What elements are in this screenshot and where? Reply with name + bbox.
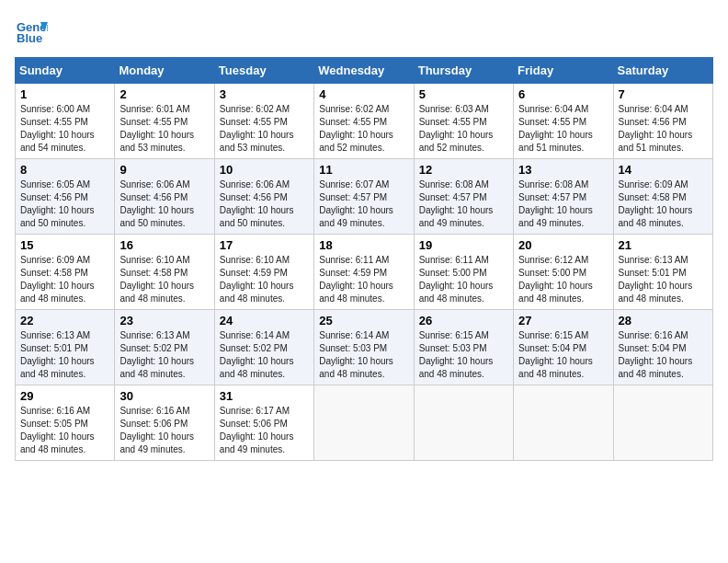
day-number: 18 bbox=[319, 238, 408, 252]
day-number: 10 bbox=[220, 163, 309, 177]
calendar-cell: 28Sunrise: 6:16 AMSunset: 5:04 PMDayligh… bbox=[613, 310, 712, 385]
day-info: Sunrise: 6:10 AMSunset: 4:58 PMDaylight:… bbox=[119, 254, 209, 305]
day-info: Sunrise: 6:15 AMSunset: 5:03 PMDaylight:… bbox=[419, 329, 508, 381]
calendar-cell: 4Sunrise: 6:02 AMSunset: 4:55 PMDaylight… bbox=[314, 84, 414, 159]
header: General Blue bbox=[15, 15, 713, 48]
calendar-cell bbox=[314, 385, 414, 461]
calendar-cell: 16Sunrise: 6:10 AMSunset: 4:58 PMDayligh… bbox=[115, 235, 214, 310]
day-header-wednesday: Wednesday bbox=[314, 58, 414, 84]
day-number: 13 bbox=[518, 163, 608, 177]
day-info: Sunrise: 6:09 AMSunset: 4:58 PMDaylight:… bbox=[619, 178, 708, 230]
day-info: Sunrise: 6:13 AMSunset: 5:02 PMDaylight:… bbox=[119, 329, 209, 381]
day-number: 6 bbox=[518, 87, 608, 101]
calendar-cell: 6Sunrise: 6:04 AMSunset: 4:55 PMDaylight… bbox=[514, 84, 613, 159]
calendar-week-4: 22Sunrise: 6:13 AMSunset: 5:01 PMDayligh… bbox=[16, 310, 713, 385]
calendar-cell: 11Sunrise: 6:07 AMSunset: 4:57 PMDayligh… bbox=[314, 159, 414, 235]
day-number: 20 bbox=[518, 238, 608, 252]
day-info: Sunrise: 6:12 AMSunset: 5:00 PMDaylight:… bbox=[518, 254, 608, 305]
logo-icon: General Blue bbox=[15, 15, 48, 48]
calendar-cell: 22Sunrise: 6:13 AMSunset: 5:01 PMDayligh… bbox=[16, 310, 115, 385]
calendar-cell: 9Sunrise: 6:06 AMSunset: 4:56 PMDaylight… bbox=[115, 159, 214, 235]
day-number: 4 bbox=[319, 87, 408, 101]
day-number: 2 bbox=[119, 87, 209, 101]
day-info: Sunrise: 6:02 AMSunset: 4:55 PMDaylight:… bbox=[319, 103, 408, 155]
calendar-cell: 25Sunrise: 6:14 AMSunset: 5:03 PMDayligh… bbox=[314, 310, 414, 385]
day-number: 5 bbox=[419, 87, 508, 101]
day-info: Sunrise: 6:04 AMSunset: 4:55 PMDaylight:… bbox=[518, 103, 608, 155]
calendar-cell: 30Sunrise: 6:16 AMSunset: 5:06 PMDayligh… bbox=[115, 385, 214, 461]
day-info: Sunrise: 6:14 AMSunset: 5:03 PMDaylight:… bbox=[319, 329, 408, 381]
day-header-saturday: Saturday bbox=[613, 58, 712, 84]
day-number: 31 bbox=[220, 389, 309, 403]
calendar-week-1: 1Sunrise: 6:00 AMSunset: 4:55 PMDaylight… bbox=[16, 84, 713, 159]
calendar-cell: 31Sunrise: 6:17 AMSunset: 5:06 PMDayligh… bbox=[214, 385, 313, 461]
calendar-cell: 26Sunrise: 6:15 AMSunset: 5:03 PMDayligh… bbox=[414, 310, 513, 385]
day-number: 28 bbox=[619, 314, 708, 327]
day-number: 1 bbox=[20, 87, 109, 101]
day-info: Sunrise: 6:16 AMSunset: 5:04 PMDaylight:… bbox=[619, 329, 708, 381]
day-number: 26 bbox=[419, 314, 508, 327]
day-header-sunday: Sunday bbox=[16, 58, 115, 84]
day-number: 14 bbox=[619, 163, 708, 177]
day-info: Sunrise: 6:07 AMSunset: 4:57 PMDaylight:… bbox=[319, 178, 408, 230]
calendar-cell: 7Sunrise: 6:04 AMSunset: 4:56 PMDaylight… bbox=[613, 84, 712, 159]
calendar-cell: 23Sunrise: 6:13 AMSunset: 5:02 PMDayligh… bbox=[115, 310, 214, 385]
day-number: 21 bbox=[619, 238, 708, 252]
day-number: 17 bbox=[220, 238, 309, 252]
day-info: Sunrise: 6:04 AMSunset: 4:56 PMDaylight:… bbox=[619, 103, 708, 155]
day-number: 22 bbox=[20, 314, 109, 327]
calendar-cell: 3Sunrise: 6:02 AMSunset: 4:55 PMDaylight… bbox=[214, 84, 313, 159]
day-number: 25 bbox=[319, 314, 408, 327]
day-info: Sunrise: 6:06 AMSunset: 4:56 PMDaylight:… bbox=[119, 178, 209, 230]
calendar-cell: 8Sunrise: 6:05 AMSunset: 4:56 PMDaylight… bbox=[16, 159, 115, 235]
calendar-cell bbox=[613, 385, 712, 461]
day-number: 23 bbox=[119, 314, 209, 327]
day-number: 19 bbox=[419, 238, 508, 252]
day-number: 8 bbox=[20, 163, 109, 177]
day-info: Sunrise: 6:11 AMSunset: 4:59 PMDaylight:… bbox=[319, 254, 408, 305]
day-info: Sunrise: 6:16 AMSunset: 5:06 PMDaylight:… bbox=[119, 405, 209, 456]
day-info: Sunrise: 6:17 AMSunset: 5:06 PMDaylight:… bbox=[220, 405, 309, 456]
calendar-cell: 27Sunrise: 6:15 AMSunset: 5:04 PMDayligh… bbox=[514, 310, 613, 385]
calendar-cell: 5Sunrise: 6:03 AMSunset: 4:55 PMDaylight… bbox=[414, 84, 513, 159]
calendar-table: SundayMondayTuesdayWednesdayThursdayFrid… bbox=[15, 57, 713, 461]
day-info: Sunrise: 6:09 AMSunset: 4:58 PMDaylight:… bbox=[20, 254, 109, 305]
day-header-friday: Friday bbox=[514, 58, 613, 84]
day-info: Sunrise: 6:08 AMSunset: 4:57 PMDaylight:… bbox=[419, 178, 508, 230]
calendar-cell: 21Sunrise: 6:13 AMSunset: 5:01 PMDayligh… bbox=[613, 235, 712, 310]
svg-text:Blue: Blue bbox=[17, 31, 42, 45]
day-number: 29 bbox=[20, 389, 109, 403]
day-info: Sunrise: 6:16 AMSunset: 5:05 PMDaylight:… bbox=[20, 405, 109, 456]
calendar-week-5: 29Sunrise: 6:16 AMSunset: 5:05 PMDayligh… bbox=[16, 385, 713, 461]
day-number: 3 bbox=[220, 87, 309, 101]
day-number: 12 bbox=[419, 163, 508, 177]
day-number: 16 bbox=[119, 238, 209, 252]
calendar-cell: 18Sunrise: 6:11 AMSunset: 4:59 PMDayligh… bbox=[314, 235, 414, 310]
day-info: Sunrise: 6:13 AMSunset: 5:01 PMDaylight:… bbox=[619, 254, 708, 305]
day-number: 30 bbox=[119, 389, 209, 403]
calendar-cell: 29Sunrise: 6:16 AMSunset: 5:05 PMDayligh… bbox=[16, 385, 115, 461]
day-info: Sunrise: 6:13 AMSunset: 5:01 PMDaylight:… bbox=[20, 329, 109, 381]
day-number: 11 bbox=[319, 163, 408, 177]
calendar-header-row: SundayMondayTuesdayWednesdayThursdayFrid… bbox=[16, 58, 713, 84]
calendar-cell: 10Sunrise: 6:06 AMSunset: 4:56 PMDayligh… bbox=[214, 159, 313, 235]
logo: General Blue bbox=[15, 15, 51, 48]
day-info: Sunrise: 6:14 AMSunset: 5:02 PMDaylight:… bbox=[220, 329, 309, 381]
day-number: 9 bbox=[119, 163, 209, 177]
day-header-monday: Monday bbox=[115, 58, 214, 84]
calendar-cell: 1Sunrise: 6:00 AMSunset: 4:55 PMDaylight… bbox=[16, 84, 115, 159]
day-info: Sunrise: 6:01 AMSunset: 4:55 PMDaylight:… bbox=[119, 103, 209, 155]
day-number: 24 bbox=[220, 314, 309, 327]
day-info: Sunrise: 6:03 AMSunset: 4:55 PMDaylight:… bbox=[419, 103, 508, 155]
calendar-cell: 17Sunrise: 6:10 AMSunset: 4:59 PMDayligh… bbox=[214, 235, 313, 310]
day-info: Sunrise: 6:11 AMSunset: 5:00 PMDaylight:… bbox=[419, 254, 508, 305]
calendar-cell: 15Sunrise: 6:09 AMSunset: 4:58 PMDayligh… bbox=[16, 235, 115, 310]
calendar-cell: 12Sunrise: 6:08 AMSunset: 4:57 PMDayligh… bbox=[414, 159, 513, 235]
day-header-tuesday: Tuesday bbox=[214, 58, 313, 84]
day-number: 7 bbox=[619, 87, 708, 101]
day-number: 15 bbox=[20, 238, 109, 252]
day-info: Sunrise: 6:10 AMSunset: 4:59 PMDaylight:… bbox=[220, 254, 309, 305]
calendar-week-2: 8Sunrise: 6:05 AMSunset: 4:56 PMDaylight… bbox=[16, 159, 713, 235]
day-info: Sunrise: 6:00 AMSunset: 4:55 PMDaylight:… bbox=[20, 103, 109, 155]
day-info: Sunrise: 6:06 AMSunset: 4:56 PMDaylight:… bbox=[220, 178, 309, 230]
